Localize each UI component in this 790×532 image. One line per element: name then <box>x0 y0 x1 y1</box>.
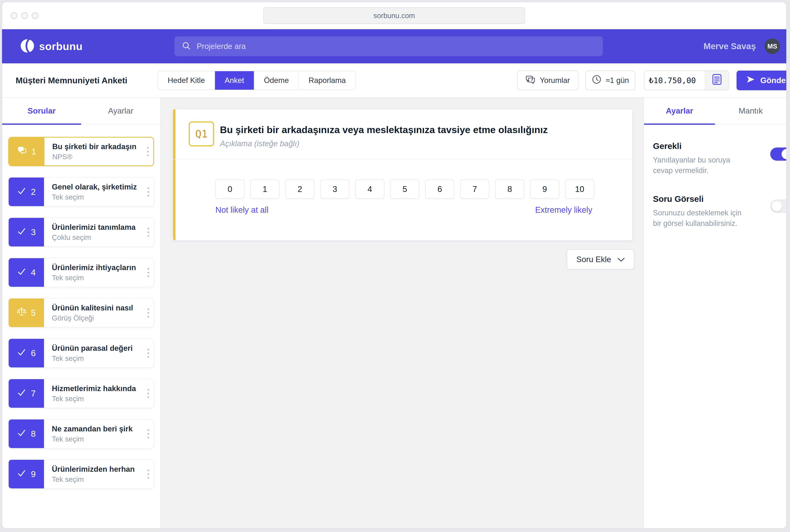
tab-ayarlar-settings[interactable]: Ayarlar <box>644 98 715 124</box>
question-info: Ürünün parasal değeri Tek seçim <box>44 339 154 367</box>
toolbar-tab-hedef-kitle[interactable]: Hedef Kitle <box>158 71 215 90</box>
nps-scale-button[interactable]: 7 <box>460 179 489 199</box>
question-number: 6 <box>31 348 36 358</box>
question-badge: 5 <box>8 299 44 327</box>
nps-scale-button[interactable]: 1 <box>250 179 280 199</box>
duration-chip[interactable]: ≈1 gün <box>585 71 635 90</box>
question-type-label: Tek seçim <box>52 395 141 403</box>
question-list-item[interactable]: 3 Ürünlerimizi tanımlama Çoklu seçim <box>8 217 154 247</box>
question-list-item[interactable]: 2 Genel olarak, şirketimiz Tek seçim <box>8 177 154 207</box>
avatar[interactable]: MS <box>765 38 780 54</box>
kebab-menu-icon[interactable] <box>148 387 149 400</box>
search-icon <box>182 41 191 51</box>
price-detail-button[interactable] <box>705 71 729 90</box>
kebab-menu-icon[interactable] <box>148 185 149 198</box>
price-chip[interactable]: ₺10.750,00 <box>644 71 729 90</box>
kebab-menu-icon[interactable] <box>148 266 149 279</box>
question-info: Genel olarak, şirketimiz Tek seçim <box>44 177 154 206</box>
question-title: Genel olarak, şirketimiz <box>52 183 141 191</box>
send-icon <box>746 76 755 85</box>
question-info: Ürünlerimiz ihtiyaçların Tek seçim <box>44 258 154 287</box>
question-number: 7 <box>31 388 36 398</box>
toolbar-tab-raporlama[interactable]: Raporlama <box>298 71 355 90</box>
question-type-label: Çoklu seçim <box>52 233 141 242</box>
question-text[interactable]: Bu şirketi bir arkadaşınıza veya meslekt… <box>220 124 548 135</box>
question-number: 1 <box>31 147 36 156</box>
nps-scale-button[interactable]: 3 <box>320 179 349 199</box>
question-type-label: Tek seçim <box>52 435 141 443</box>
question-description-placeholder[interactable]: Açıklama (isteğe bağlı) <box>220 139 300 148</box>
check-icon <box>17 469 26 480</box>
send-button[interactable]: Gönder <box>736 71 787 90</box>
question-info: Hizmetlerimiz hakkında Tek seçim <box>44 379 154 408</box>
tab-mantik[interactable]: Mantık <box>715 98 786 124</box>
kebab-menu-icon[interactable] <box>148 306 149 320</box>
toggle-knob <box>772 201 782 211</box>
question-title: Hizmetlerimiz hakkında <box>52 384 141 393</box>
window-controls <box>11 12 38 19</box>
kebab-menu-icon[interactable] <box>148 347 149 360</box>
question-type-label: Tek seçim <box>52 354 141 362</box>
question-list-item[interactable]: 7 Hizmetlerimiz hakkında Tek seçim <box>8 379 154 408</box>
nps-scale-button[interactable]: 10 <box>565 179 594 199</box>
receipt-icon <box>712 74 722 87</box>
toolbar-tab-ödeme[interactable]: Ödeme <box>254 71 298 90</box>
sidebar-tabs: Sorular Ayarlar <box>2 98 160 125</box>
question-list-item[interactable]: 9 Ürünlerimizden herhan Tek seçim <box>8 459 154 489</box>
project-step-tabs: Hedef KitleAnketÖdemeRaporlama <box>158 71 356 90</box>
kebab-menu-icon[interactable] <box>147 145 149 158</box>
question-image-setting: Soru Görseli Sorunuzu desteklemek için b… <box>644 194 786 229</box>
question-number: 2 <box>31 187 36 197</box>
question-badge: 1 <box>9 138 44 165</box>
question-list-item[interactable]: 5 Ürünün kalitesini nasıl Görüş Ölçeği <box>8 298 154 327</box>
question-card[interactable]: Q1 Bu şirketi bir arkadaşınıza veya mesl… <box>173 109 632 240</box>
window-minimize-button[interactable] <box>21 12 28 19</box>
logo-text: sorbunu <box>39 40 82 53</box>
nps-scale-button[interactable]: 4 <box>355 179 384 199</box>
required-title: Gerekli <box>653 141 786 151</box>
window-zoom-button[interactable] <box>32 12 38 19</box>
tab-ayarlar-sidebar[interactable]: Ayarlar <box>81 98 160 124</box>
active-tab-indicator <box>644 124 715 125</box>
add-question-button[interactable]: Soru Ekle <box>567 249 634 269</box>
nps-scale-button[interactable]: 8 <box>495 179 524 199</box>
question-image-description: Sorunuzu desteklemek için bir görsel kul… <box>653 208 752 229</box>
required-description: Yanıtlayanlar bu soruya cevap vermelidir… <box>653 155 752 176</box>
required-toggle[interactable] <box>770 148 786 161</box>
nps-scale-button[interactable]: 0 <box>215 179 245 199</box>
comments-button[interactable]: Yorumlar <box>517 71 578 90</box>
nps-scale-button[interactable]: 5 <box>390 179 419 199</box>
kebab-menu-icon[interactable] <box>148 427 149 440</box>
nps-scale-button[interactable]: 2 <box>285 179 314 199</box>
nps-scale-button[interactable]: 9 <box>530 179 559 199</box>
question-number: 9 <box>31 469 36 479</box>
nps-scale-button[interactable]: 6 <box>425 179 454 199</box>
settings-tabs: Ayarlar Mantık <box>644 98 786 125</box>
question-type-label: Tek seçim <box>52 193 141 201</box>
question-list-item[interactable]: 6 Ürünün parasal değeri Tek seçim <box>8 338 154 368</box>
question-info: Ürünün kalitesini nasıl Görüş Ölçeği <box>44 299 154 327</box>
check-icon <box>17 227 26 238</box>
kebab-menu-icon[interactable] <box>148 226 149 239</box>
required-setting: Gerekli Yanıtlayanlar bu soruya cevap ve… <box>644 141 786 176</box>
divider <box>173 159 632 159</box>
question-badge: 9 <box>8 460 44 488</box>
question-list-item[interactable]: 4 Ürünlerimiz ihtiyaçların Tek seçim <box>8 258 154 287</box>
user-menu[interactable]: Merve Savaş MS <box>704 38 780 54</box>
toolbar-tab-anket[interactable]: Anket <box>215 71 254 90</box>
kebab-menu-icon[interactable] <box>148 468 149 481</box>
window-close-button[interactable] <box>11 12 18 19</box>
question-info: Ne zamandan beri şirk Tek seçim <box>44 419 154 448</box>
question-badge: 2 <box>8 177 44 206</box>
question-image-toggle[interactable] <box>770 200 786 213</box>
project-search-input[interactable]: Projelerde ara <box>174 36 603 56</box>
question-list-item[interactable]: 8 Ne zamandan beri şirk Tek seçim <box>8 419 154 449</box>
question-type-label: Görüş Ölçeği <box>52 314 141 322</box>
logo[interactable]: sorbunu <box>20 38 82 54</box>
question-info: Ürünlerimizi tanımlama Çoklu seçim <box>44 218 154 246</box>
tab-sorular[interactable]: Sorular <box>2 98 81 124</box>
address-bar[interactable]: sorbunu.com <box>263 7 525 24</box>
scale-min-label: Not likely at all <box>215 205 268 214</box>
url-text: sorbunu.com <box>373 12 415 20</box>
question-list-item[interactable]: 1 Bu şirketi bir arkadaşın NPS® <box>8 137 154 166</box>
